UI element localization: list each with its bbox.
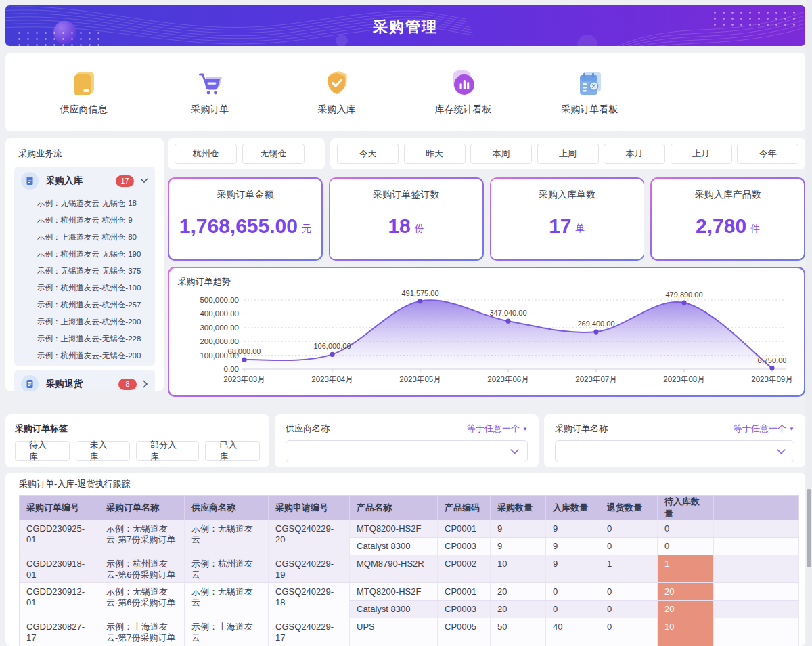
order-tag-button-1[interactable]: 待入库 — [15, 441, 70, 461]
cell-pending-qty: 20 — [658, 601, 714, 618]
sidebar-item[interactable]: 示例：杭州道友云-杭州仓-100 — [14, 280, 155, 297]
triangle-down-icon: ▼ — [789, 426, 794, 432]
cell-return-qty: 1 — [600, 555, 658, 583]
page-title: 采购管理 — [5, 17, 805, 37]
cell-extra — [714, 537, 799, 555]
order-name-select[interactable] — [555, 440, 794, 462]
cell-order-no: CGDD230827-17 — [20, 618, 99, 646]
quick-link-label: 采购入库 — [318, 104, 356, 116]
time-filter-button-1[interactable]: 今天 — [337, 144, 399, 164]
cell-extra — [714, 583, 799, 601]
quick-link-2[interactable]: 采购订单 — [147, 68, 273, 116]
table-row: CGDD230912-01示例：无锡道友云-第6份采购订单示例：无锡道友云CGS… — [20, 583, 799, 601]
time-filter-button-3[interactable]: 本周 — [470, 144, 532, 164]
time-filter-button-7[interactable]: 今年 — [737, 144, 798, 164]
sidebar-item[interactable]: 示例：无锡道友云-无锡仓-375 — [14, 263, 155, 280]
cell-product-name: Catalyst 8300 — [350, 601, 438, 618]
cell-extra — [714, 520, 799, 537]
purchase-cart-icon — [196, 68, 225, 98]
cell-request-no: CGSQ240229-19 — [269, 555, 350, 583]
cell-product-code: CP0005 — [438, 618, 491, 646]
warehouse-filter-button-2[interactable]: 无锡仓 — [242, 144, 304, 164]
sidebar-item[interactable]: 示例：上海道友云-无锡仓-228 — [14, 330, 155, 347]
kpi-card-1: 采购订单金额1,768,655.00元 — [168, 177, 323, 261]
quick-link-label: 库存统计看板 — [435, 104, 492, 116]
time-filter-bar: 今天昨天本周上周本月上月今年 — [330, 138, 805, 169]
svg-text:0.00: 0.00 — [223, 365, 238, 373]
cell-return-qty: 0 — [600, 601, 658, 618]
order-tags-filter-card: 采购订单标签 待入库未入库部分入库已入库 — [5, 414, 269, 467]
sidebar-item[interactable]: 示例：上海道友云-杭州仓-80 — [14, 229, 155, 246]
sidebar-item[interactable]: 示例：上海道友云-杭州仓-200 — [14, 314, 155, 330]
kpi-value: 18 — [388, 215, 410, 238]
cell-extra — [714, 618, 799, 646]
time-filter-button-5[interactable]: 本月 — [604, 144, 665, 164]
cell-pending-qty: 1 — [658, 555, 714, 583]
cell-product-code: CP0001 — [438, 520, 491, 537]
kpi-value: 2,780 — [696, 215, 746, 238]
time-filter-button-2[interactable]: 昨天 — [404, 144, 466, 164]
quick-link-4[interactable]: 库存统计看板 — [400, 68, 526, 116]
svg-text:2023年03月: 2023年03月 — [223, 375, 265, 383]
svg-text:269,400.00: 269,400.00 — [577, 320, 614, 328]
page-scrollbar-thumb[interactable] — [807, 489, 811, 567]
order-name-operator-dropdown[interactable]: 等于任意一个 ▼ — [734, 423, 794, 435]
cell-request-no: CGSQ240229-17 — [269, 618, 350, 646]
svg-text:500,000.00: 500,000.00 — [200, 296, 239, 304]
cell-purchase-qty: 20 — [491, 601, 546, 618]
time-filter-button-6[interactable]: 上月 — [671, 144, 732, 164]
svg-text:479,890.00: 479,890.00 — [665, 290, 702, 299]
sidebar-item[interactable]: 示例：杭州道友云-无锡仓-200 — [14, 347, 155, 364]
cell-supplier: 示例：无锡道友云 — [185, 583, 269, 618]
quick-link-1[interactable]: 供应商信息 — [20, 68, 147, 116]
page-banner: 采购管理 — [5, 5, 805, 46]
kpi-value: 1,768,655.00 — [179, 215, 298, 238]
order-tag-button-4[interactable]: 已入库 — [205, 441, 260, 461]
supplier-operator-value: 等于任意一个 — [467, 423, 520, 435]
table-title: 采购订单-入库-退货执行跟踪 — [19, 478, 795, 490]
svg-text:2023年08月: 2023年08月 — [663, 375, 704, 383]
svg-text:2023年04月: 2023年04月 — [311, 375, 353, 383]
column-header: 产品编码 — [438, 496, 491, 521]
chevron-down-icon — [140, 178, 148, 184]
sidebar-item[interactable]: 示例：无锡道友云-无锡仓-18 — [14, 195, 155, 212]
sidebar-group-header-1[interactable]: 采购入库17 — [14, 167, 155, 195]
order-board-icon — [575, 68, 605, 98]
trend-chart-card: 采购订单趋势 500,000.00400,000.00300,000.00200… — [168, 267, 805, 397]
svg-text:200,000.00: 200,000.00 — [200, 337, 239, 345]
cell-order-no: CGDD230925-01 — [20, 520, 99, 555]
quick-link-5[interactable]: 采购订单看板 — [526, 68, 653, 116]
sidebar-title: 采购业务流 — [18, 148, 155, 160]
kpi-card-2: 采购订单签订数18份 — [329, 177, 484, 261]
order-tag-button-2[interactable]: 未入库 — [76, 441, 131, 461]
cell-order-name: 示例：杭州道友云-第6份采购订单 — [99, 555, 185, 583]
cell-purchase-qty: 50 — [491, 618, 546, 646]
sidebar-item[interactable]: 示例：杭州道友云-杭州仓-9 — [14, 212, 155, 229]
sidebar-group-header-2[interactable]: 采购退货8 — [14, 370, 155, 391]
sidebar-group-label: 采购入库 — [46, 175, 83, 187]
order-tag-button-3[interactable]: 部分入库 — [136, 441, 199, 461]
kpi-unit: 件 — [750, 217, 760, 235]
supplier-select[interactable] — [286, 440, 528, 462]
cell-order-no: CGDD230912-01 — [20, 583, 99, 618]
warehouse-filter-button-1[interactable]: 杭州仓 — [175, 144, 237, 164]
svg-text:2023年06月: 2023年06月 — [487, 375, 528, 383]
document-icon — [21, 375, 39, 391]
cell-pending-qty: 0 — [658, 520, 714, 537]
supplier-operator-dropdown[interactable]: 等于任意一个 ▼ — [467, 423, 528, 435]
column-header: 入库数量 — [546, 496, 600, 521]
quick-link-label: 采购订单看板 — [562, 104, 618, 116]
warehouse-filter-bar: 杭州仓无锡仓 — [168, 138, 325, 169]
sidebar-group-label: 采购退货 — [46, 378, 83, 390]
sidebar-item[interactable]: 示例：杭州道友云-杭州仓-257 — [14, 297, 155, 314]
cell-pending-qty: 10 — [658, 618, 714, 646]
quick-link-3[interactable]: 采购入库 — [273, 68, 400, 116]
time-filter-button-4[interactable]: 上周 — [537, 144, 599, 164]
sidebar-item[interactable]: 示例：杭州道友云-无锡仓-190 — [14, 246, 155, 263]
cell-product-name: MQM8790-HS2R — [350, 555, 438, 583]
svg-text:347,040.00: 347,040.00 — [489, 309, 526, 317]
table-row: CGDD230925-01示例：无锡道友云-第7份采购订单示例：无锡道友云CGS… — [20, 520, 799, 537]
tracking-table-card: 采购订单-入库-退货执行跟踪 采购订单编号采购订单名称供应商名称采购申请编号产品… — [5, 473, 805, 646]
column-header: 待入库数量 — [658, 496, 714, 521]
svg-text:2023年07月: 2023年07月 — [575, 375, 616, 383]
